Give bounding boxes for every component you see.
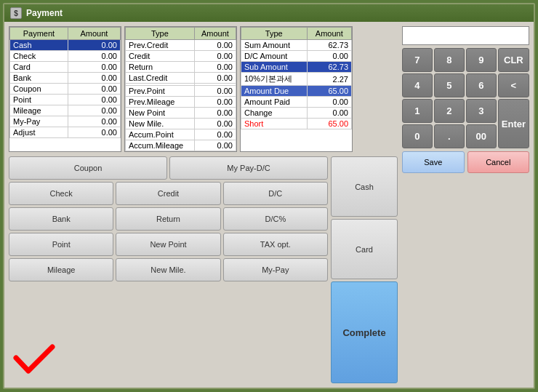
point-button[interactable]: Point <box>9 233 113 256</box>
table-row[interactable]: Mileage0.00 <box>10 105 121 116</box>
table-row[interactable]: Short65.00 <box>241 119 352 129</box>
table-row[interactable]: Prev.Point0.00 <box>126 86 236 97</box>
btn-row-3: Bank Return D/C% <box>9 207 328 231</box>
sum-label: 10%기본과세 <box>241 73 308 86</box>
credit-button[interactable]: Credit <box>116 182 220 205</box>
enter-button[interactable]: Enter <box>498 99 529 148</box>
payment-amount: 0.00 <box>68 127 120 138</box>
table-row[interactable]: Accum.Mileage0.00 <box>126 140 236 151</box>
btn-row-1: Coupon My Pay-D/C <box>9 156 328 180</box>
sum-label: D/C Amount <box>241 51 308 62</box>
type-label: Prev.Point <box>126 86 195 97</box>
tables-row: Payment Amount Cash0.00Check0.00Card0.00… <box>9 26 398 152</box>
table-row[interactable]: Amount Paid0.00 <box>241 97 352 108</box>
payment-amount: 0.00 <box>68 51 120 62</box>
amount2-col-header: Amount <box>194 28 236 40</box>
return-button[interactable]: Return <box>116 207 220 231</box>
table-row[interactable]: Return0.00 <box>126 62 236 73</box>
btn-row-4: Point New Point TAX opt. <box>9 233 328 256</box>
payment-amount: 0.00 <box>68 73 120 84</box>
sum-amount: 0.00 <box>307 51 351 62</box>
table-row[interactable]: My-Pay0.00 <box>10 116 121 127</box>
type-amount: 0.00 <box>194 129 236 140</box>
save-button[interactable]: Save <box>402 151 465 173</box>
table-row[interactable]: Accum.Point0.00 <box>126 129 236 140</box>
table-row[interactable]: 10%기본과세2.27 <box>241 73 352 86</box>
type-label: New Point <box>126 108 195 119</box>
num-7-button[interactable]: 7 <box>402 48 433 72</box>
sum-amount: 65.00 <box>307 86 351 97</box>
table-row[interactable]: Card0.00 <box>10 62 121 73</box>
sum-label: Short <box>241 119 308 129</box>
num-5-button[interactable]: 5 <box>434 73 465 97</box>
table-row[interactable]: Amount Due65.00 <box>241 86 352 97</box>
action-area: Coupon My Pay-D/C Check Credit D/C Bank <box>9 156 398 383</box>
num-6-button[interactable]: 6 <box>466 73 497 97</box>
num-2-button[interactable]: 2 <box>434 99 465 123</box>
payment-label: Adjust <box>10 127 68 138</box>
table-row[interactable]: Sub Amount62.73 <box>241 62 352 73</box>
sum-type-header: Type <box>241 28 308 40</box>
payment-amount: 0.00 <box>68 116 120 127</box>
sum-amount: 65.00 <box>307 119 351 129</box>
payment-amount: 0.00 <box>68 105 120 116</box>
coupon-button[interactable]: Coupon <box>9 156 167 180</box>
my-pay-button[interactable]: My-Pay <box>223 258 328 281</box>
double-zero-button[interactable]: 00 <box>466 124 497 148</box>
new-point-button[interactable]: New Point <box>116 233 220 256</box>
dc-percent-button[interactable]: D/C% <box>223 207 328 231</box>
bank-button[interactable]: Bank <box>9 207 113 231</box>
new-mile-button[interactable]: New Mile. <box>116 258 220 281</box>
table-row[interactable]: D/C Amount0.00 <box>241 51 352 62</box>
sum-amount: 62.73 <box>307 62 351 73</box>
type-amount: 0.00 <box>194 73 236 84</box>
table-row[interactable]: Cash0.00 <box>10 40 121 51</box>
table-row[interactable]: Coupon0.00 <box>10 84 121 95</box>
type-label: Return <box>126 62 195 73</box>
num-9-button[interactable]: 9 <box>466 48 497 72</box>
dc-button[interactable]: D/C <box>223 182 328 205</box>
table-row[interactable]: Bank0.00 <box>10 73 121 84</box>
table-row[interactable]: New Mile.0.00 <box>126 119 236 129</box>
table-row[interactable]: Adjust0.00 <box>10 127 121 138</box>
cash-button[interactable]: Cash <box>331 156 398 217</box>
table-row[interactable]: Check0.00 <box>10 51 121 62</box>
payment-label: Check <box>10 51 68 62</box>
decimal-button[interactable]: . <box>434 124 465 148</box>
complete-button[interactable]: Complete <box>331 281 398 383</box>
num-0-button[interactable]: 0 <box>402 124 433 148</box>
card-button[interactable]: Card <box>331 219 398 279</box>
cancel-button[interactable]: Cancel <box>467 151 530 173</box>
table-row[interactable]: Credit0.00 <box>126 51 236 62</box>
type-label: Last.Credit <box>126 73 195 84</box>
window-title: Payment <box>26 8 63 18</box>
num-4-button[interactable]: 4 <box>402 73 433 97</box>
my-pay-dc-button[interactable]: My Pay-D/C <box>169 156 328 180</box>
table-row[interactable]: Prev.Mileage0.00 <box>126 97 236 108</box>
payment-label: Card <box>10 62 68 73</box>
amount-col-header: Amount <box>68 28 120 40</box>
table-row[interactable]: New Point0.00 <box>126 108 236 119</box>
table-row[interactable]: Change0.00 <box>241 108 352 119</box>
sum-label: Amount Due <box>241 86 308 97</box>
summary-table: Type Amount Sum Amount62.73D/C Amount0.0… <box>240 26 353 152</box>
table-row[interactable]: Sum Amount62.73 <box>241 40 352 51</box>
num-1-button[interactable]: 1 <box>402 99 433 123</box>
check-button[interactable]: Check <box>9 182 113 205</box>
sum-amount: 62.73 <box>307 40 351 51</box>
num-8-button[interactable]: 8 <box>434 48 465 72</box>
sum-amount: 2.27 <box>307 73 351 86</box>
mileage-button[interactable]: Mileage <box>9 258 113 281</box>
btn-row-5: Mileage New Mile. My-Pay <box>9 258 328 281</box>
numpad: 7 8 9 CLR 4 5 6 < 1 2 3 Enter 0 . 00 <box>402 48 529 148</box>
num-3-button[interactable]: 3 <box>466 99 497 123</box>
table-row[interactable]: Last.Credit0.00 <box>126 73 236 84</box>
type-label: New Mile. <box>126 119 195 129</box>
tax-opt-button[interactable]: TAX opt. <box>223 233 328 256</box>
backspace-button[interactable]: < <box>498 73 529 97</box>
clr-button[interactable]: CLR <box>498 48 529 72</box>
table-row[interactable]: Point0.00 <box>10 95 121 105</box>
sum-label: Sub Amount <box>241 62 308 73</box>
table-row[interactable]: Prev.Credit0.00 <box>126 40 236 51</box>
numpad-display[interactable] <box>402 26 529 45</box>
